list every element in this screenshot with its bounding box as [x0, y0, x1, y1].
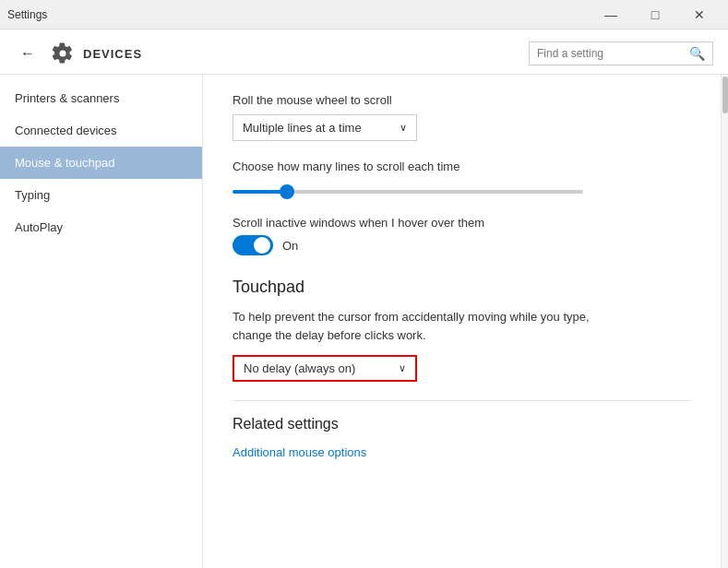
- additional-mouse-options-link[interactable]: Additional mouse options: [233, 445, 366, 459]
- toggle-row: On: [233, 235, 691, 255]
- sidebar-item-label: Printers & scanners: [15, 91, 119, 105]
- touchpad-dropdown-value: No delay (always on): [244, 361, 355, 375]
- scroll-inactive-label: Scroll inactive windows when I hover ove…: [233, 216, 484, 230]
- sidebar-item-autoplay[interactable]: AutoPlay: [0, 211, 202, 243]
- touchpad-heading: Touchpad: [233, 278, 691, 297]
- toggle-label: On: [282, 239, 298, 253]
- touchpad-dropdown[interactable]: No delay (always on) ∨: [233, 355, 417, 382]
- minimize-button[interactable]: —: [590, 0, 632, 30]
- toggle-knob: [254, 237, 270, 254]
- search-box[interactable]: 🔍: [529, 41, 713, 65]
- title-bar-left: Settings: [7, 8, 47, 21]
- sidebar-item-label: AutoPlay: [15, 220, 63, 234]
- scroll-wheel-section: Roll the mouse wheel to scroll Multiple …: [233, 93, 691, 141]
- header-left: ← DEVICES: [15, 41, 142, 66]
- sidebar: Printers & scanners Connected devices Mo…: [0, 75, 203, 568]
- scroll-wheel-dropdown-value: Multiple lines at a time: [243, 121, 362, 135]
- scrollbar-track[interactable]: [721, 75, 728, 568]
- maximize-button[interactable]: □: [634, 0, 676, 30]
- search-icon: 🔍: [689, 46, 705, 61]
- title-bar-controls: — □ ✕: [590, 0, 721, 30]
- related-settings-section: Related settings Additional mouse option…: [233, 400, 691, 460]
- gear-icon: [52, 42, 74, 65]
- scrollbar-thumb[interactable]: [722, 77, 728, 113]
- sidebar-item-label: Mouse & touchpad: [15, 156, 114, 170]
- lines-slider-section: Choose how many lines to scroll each tim…: [233, 160, 691, 197]
- title-bar: Settings — □ ✕: [0, 0, 728, 30]
- title-bar-title: Settings: [7, 8, 47, 21]
- sidebar-item-mouse[interactable]: Mouse & touchpad: [0, 147, 202, 179]
- related-settings-heading: Related settings: [233, 400, 691, 432]
- chevron-down-icon: ∨: [400, 122, 407, 134]
- sidebar-item-printers[interactable]: Printers & scanners: [0, 82, 202, 114]
- search-input[interactable]: [537, 47, 684, 60]
- scroll-inactive-section: Scroll inactive windows when I hover ove…: [233, 216, 691, 230]
- app-container: ← DEVICES 🔍 Printers & scanners Connecte…: [0, 30, 728, 568]
- lines-slider-label: Choose how many lines to scroll each tim…: [233, 160, 691, 173]
- header: ← DEVICES 🔍: [0, 30, 728, 75]
- close-button[interactable]: ✕: [678, 0, 721, 30]
- chevron-down-icon-touchpad: ∨: [399, 362, 406, 374]
- scroll-wheel-dropdown[interactable]: Multiple lines at a time ∨: [233, 114, 417, 141]
- scroll-wheel-label: Roll the mouse wheel to scroll: [233, 93, 691, 107]
- sidebar-item-label: Typing: [15, 188, 50, 202]
- back-button[interactable]: ←: [15, 41, 41, 66]
- touchpad-section: Touchpad To help prevent the cursor from…: [233, 278, 691, 382]
- sidebar-item-connected[interactable]: Connected devices: [0, 114, 202, 147]
- scroll-inactive-toggle[interactable]: [233, 235, 273, 255]
- sidebar-item-label: Connected devices: [15, 124, 117, 137]
- touchpad-description: To help prevent the cursor from accident…: [233, 308, 602, 344]
- lines-slider[interactable]: [233, 190, 583, 194]
- header-title-section: DEVICES: [52, 42, 142, 65]
- main-content: Roll the mouse wheel to scroll Multiple …: [203, 75, 721, 568]
- header-title: DEVICES: [83, 47, 142, 61]
- sidebar-item-typing[interactable]: Typing: [0, 179, 202, 211]
- content-area: Printers & scanners Connected devices Mo…: [0, 75, 728, 568]
- slider-container: [233, 181, 583, 197]
